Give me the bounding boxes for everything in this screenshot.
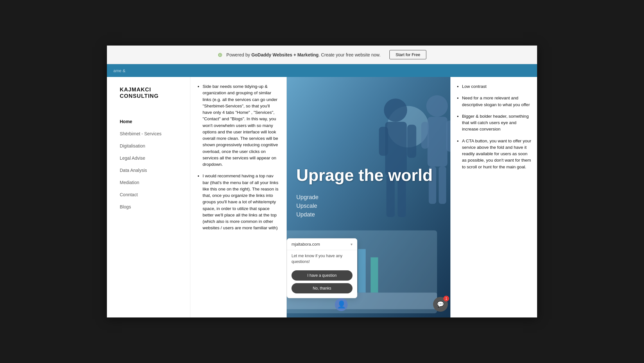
godaddy-text: Powered by GoDaddy Websites + Marketing.… — [226, 52, 380, 57]
annotation-panel-right: Low contrast Need for a more relevant an… — [450, 77, 537, 317]
godaddy-logo-icon: ⊕ — [218, 51, 222, 58]
svg-rect-4 — [407, 125, 416, 158]
sidebar-item-mediation[interactable]: Mediation — [120, 180, 180, 185]
chat-question-button[interactable]: I have a question — [292, 270, 352, 281]
avatar-icon: 👤 — [337, 300, 346, 309]
chat-avatar: 👤 — [335, 298, 348, 311]
annotation-list-left: Side bar needs some tidying-up & organiz… — [197, 83, 280, 232]
svg-rect-10 — [446, 121, 450, 152]
svg-point-1 — [384, 98, 407, 122]
hero-subtitle-lines: Upgrade Upscale Update — [296, 194, 433, 218]
main-content: KAJMAKCI CONSULTING Home Shërbimet - Ser… — [107, 77, 537, 317]
annotation-item-2: I would recommend having a top nav bar (… — [203, 173, 280, 231]
sidebar-item-blogs[interactable]: Blogs — [120, 204, 180, 209]
sidebar-logo: KAJMAKCI CONSULTING — [120, 87, 180, 100]
sidebar-item-home[interactable]: Home — [120, 119, 180, 124]
hero-sub-1: Upgrade — [296, 194, 433, 201]
chat-chevron-icon[interactable]: ▾ — [351, 242, 352, 247]
chat-float-icon: 💬 — [437, 301, 444, 308]
chat-buttons: I have a question No, thanks — [287, 268, 357, 298]
hero-text-block: Uprage the world Upgrade Upscale Update — [296, 166, 433, 218]
annotation-right-item-3: Bigger & bolder header, something that w… — [462, 113, 531, 133]
hero-area: Uprage the world Upgrade Upscale Update … — [287, 77, 450, 317]
sidebar-item-data[interactable]: Data Analysis — [120, 168, 180, 173]
svg-rect-21 — [370, 257, 378, 293]
svg-rect-9 — [421, 122, 429, 149]
hero-sub-3: Update — [296, 211, 433, 218]
annotation-item-1: Side bar needs some tidying-up & organiz… — [203, 83, 280, 168]
sidebar-item-contact[interactable]: Conntact — [120, 192, 180, 197]
chat-widget: mjaltabora.com ▾ Let me know if you have… — [287, 238, 357, 298]
site-top-bar-text: ame & — [113, 68, 126, 73]
sidebar-item-legal[interactable]: Legal Advise — [120, 156, 180, 161]
svg-point-7 — [426, 95, 448, 117]
site-top-bar: ame & — [107, 64, 537, 77]
chat-float-button[interactable]: 💬 1 — [433, 297, 448, 312]
chat-float-badge: 1 — [443, 296, 449, 301]
annotation-right-item-2: Need for a more relevant and descriptive… — [462, 95, 531, 108]
chat-nothanks-button[interactable]: No, thanks — [292, 283, 352, 293]
sidebar-item-services[interactable]: Shërbimet - Services — [120, 131, 180, 136]
chat-domain: mjaltabora.com — [292, 242, 320, 247]
annotation-right-item-4: A CTA button, you want to offer your ser… — [462, 138, 531, 170]
hero-title: Uprage the world — [296, 166, 433, 184]
svg-rect-3 — [379, 127, 388, 156]
annotation-panel-left: Side bar needs some tidying-up & organiz… — [190, 77, 287, 317]
sidebar-nav: Home Shërbimet - Services Digitalisation… — [120, 119, 180, 209]
chat-body: Let me know if you have any questions! — [287, 250, 357, 268]
svg-rect-20 — [358, 249, 366, 293]
svg-rect-12 — [439, 166, 446, 204]
sidebar-item-digitalisation[interactable]: Digitalisation — [120, 143, 180, 148]
annotation-right-item-1: Low contrast — [462, 83, 531, 90]
svg-rect-8 — [428, 117, 448, 166]
website-sidebar: KAJMAKCI CONSULTING Home Shërbimet - Ser… — [107, 77, 190, 317]
godaddy-bar: ⊕ Powered by GoDaddy Websites + Marketin… — [107, 46, 537, 64]
annotation-list-right: Low contrast Need for a more relevant an… — [456, 83, 531, 170]
chat-header: mjaltabora.com ▾ — [287, 239, 357, 250]
start-free-button[interactable]: Start for Free — [389, 50, 426, 59]
hero-sub-2: Upscale — [296, 203, 433, 209]
